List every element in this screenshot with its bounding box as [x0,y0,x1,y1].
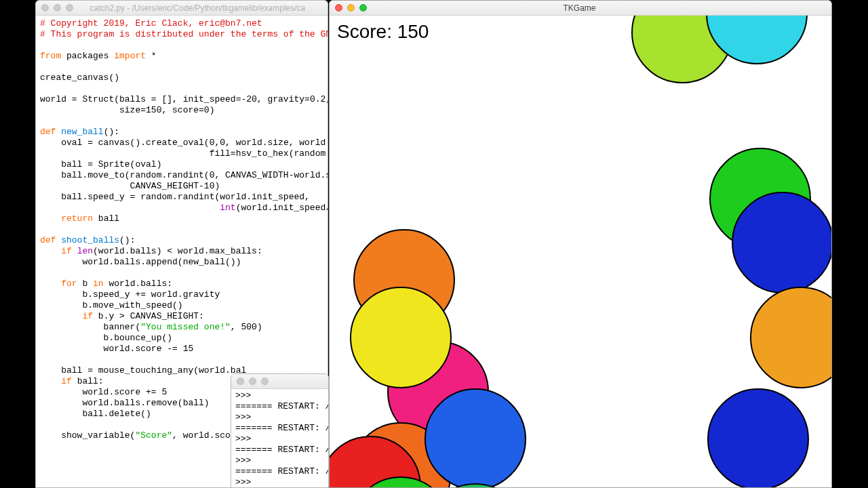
zoom-icon[interactable] [261,378,269,385]
game-traffic-lights [335,4,367,12]
console-traffic-lights [237,378,269,385]
game-canvas[interactable]: Score: 150 [330,16,831,487]
editor-traffic-lights [41,4,73,12]
console-titlebar[interactable] [231,374,328,389]
game-ball[interactable] [750,287,831,388]
game-window: TKGame Score: 150 [329,0,832,488]
close-icon[interactable] [41,4,49,12]
editor-titlebar[interactable]: catch2.py - /Users/eric/Code/Python/tkga… [36,1,328,16]
game-titlebar[interactable]: TKGame [330,1,831,16]
minimize-icon[interactable] [347,4,355,12]
game-ball[interactable] [350,287,452,388]
close-icon[interactable] [335,4,342,12]
console-body[interactable]: >>>======= RESTART: /U>>>======= RESTART… [231,389,328,488]
minimize-icon[interactable] [249,378,256,385]
game-ball[interactable] [707,388,809,487]
close-icon[interactable] [237,378,244,385]
zoom-icon[interactable] [359,4,367,12]
game-ball[interactable] [732,192,831,293]
game-ball[interactable] [425,388,526,487]
editor-title: catch2.py - /Users/eric/Code/Python/tkga… [73,3,322,13]
game-title: TKGame [367,3,792,13]
console-window: >>>======= RESTART: /U>>>======= RESTART… [231,373,329,488]
zoom-icon[interactable] [66,4,73,12]
score-text: Score: 150 [337,21,429,43]
minimize-icon[interactable] [54,4,61,12]
